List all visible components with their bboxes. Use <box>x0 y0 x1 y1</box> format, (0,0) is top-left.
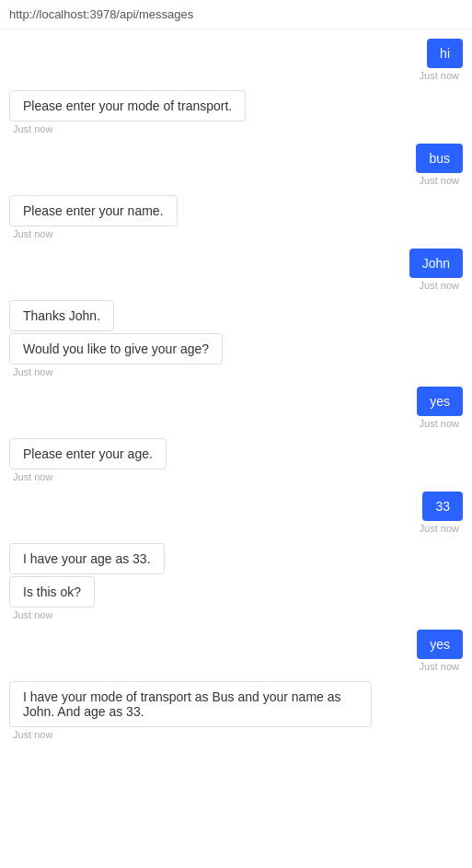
timestamp: Just now <box>9 280 463 291</box>
message-row: John <box>9 249 463 278</box>
message-row: Please enter your mode of transport. <box>9 90 463 122</box>
bot-bubble: Would you like to give your age? <box>9 333 223 365</box>
bot-bubble: Please enter your age. <box>9 438 167 469</box>
message-row: hi <box>9 39 463 68</box>
url-text: http://localhost:3978/api/messages <box>9 7 193 21</box>
message-row: I have your mode of transport as Bus and… <box>9 681 463 727</box>
timestamp: Just now <box>9 70 463 81</box>
message-row: Is this ok? <box>9 576 463 608</box>
user-bubble: 33 <box>422 492 463 521</box>
timestamp: Just now <box>9 609 463 620</box>
user-bubble: hi <box>427 39 463 68</box>
message-row: Would you like to give your age? <box>9 333 463 365</box>
timestamp: Just now <box>9 366 463 377</box>
user-bubble: bus <box>416 144 463 173</box>
message-row: yes <box>9 630 463 659</box>
bot-bubble: Please enter your mode of transport. <box>9 90 246 122</box>
message-row: Please enter your age. <box>9 438 463 469</box>
bot-bubble: I have your mode of transport as Bus and… <box>9 681 372 727</box>
user-bubble: John <box>409 249 463 278</box>
message-row: yes <box>9 387 463 416</box>
timestamp: Just now <box>9 418 463 429</box>
timestamp: Just now <box>9 729 463 740</box>
bot-bubble: I have your age as 33. <box>9 543 165 574</box>
message-row: I have your age as 33. <box>9 543 463 574</box>
chat-container: hiJust nowPlease enter your mode of tran… <box>0 29 472 758</box>
timestamp: Just now <box>9 471 463 482</box>
user-bubble: yes <box>417 387 463 416</box>
message-row: Please enter your name. <box>9 195 463 226</box>
timestamp: Just now <box>9 523 463 534</box>
timestamp: Just now <box>9 175 463 186</box>
bot-bubble: Is this ok? <box>9 576 95 608</box>
message-row: Thanks John. <box>9 300 463 331</box>
message-row: 33 <box>9 492 463 521</box>
url-bar: http://localhost:3978/api/messages <box>0 0 472 29</box>
timestamp: Just now <box>9 123 463 134</box>
bot-bubble: Thanks John. <box>9 300 114 331</box>
message-row: bus <box>9 144 463 173</box>
user-bubble: yes <box>417 630 463 659</box>
bot-bubble: Please enter your name. <box>9 195 178 226</box>
timestamp: Just now <box>9 228 463 239</box>
timestamp: Just now <box>9 661 463 672</box>
